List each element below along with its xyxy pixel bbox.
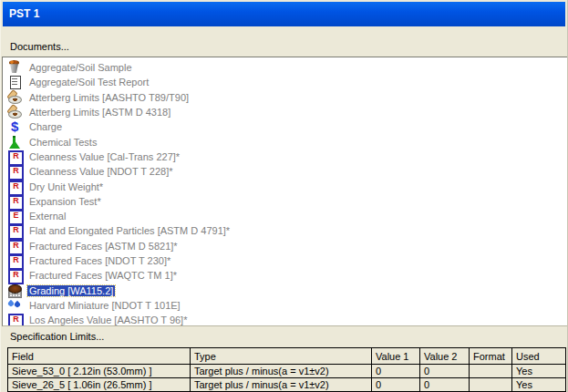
col-header-used[interactable]: Used [512,348,566,365]
col-header-format[interactable]: Format [470,348,512,365]
external-e-icon [7,209,22,223]
test-report-icon [7,75,22,89]
report-r-icon [7,164,22,179]
doc-item-dry-unit-weight[interactable]: Dry Unit Weight* [7,179,567,193]
doc-item-fractured-faces-waqtc[interactable]: Fractured Faces [WAQTC TM 1]* [7,268,567,283]
doc-item-label: Expansion Test* [27,196,103,207]
sample-bucket-icon [7,60,22,75]
doc-item-aggregate-soil-sample[interactable]: Aggregate/Soil Sample [7,60,567,75]
col-header-type[interactable]: Type [191,348,372,365]
doc-item-harvard-miniature[interactable]: Harvard Miniature [NDOT T 101E] [7,298,567,313]
report-r-icon [7,194,22,209]
doc-item-cleanness-value-ndot[interactable]: Cleanness Value [NDOT T 228]* [7,164,567,179]
col-header-value2[interactable]: Value 2 [420,348,470,365]
doc-item-label: Aggregate/Soil Sample [27,62,134,73]
cell-used[interactable]: Yes [512,365,566,378]
window-titlebar[interactable]: PST 1 [3,2,565,26]
doc-item-chemical-tests[interactable]: Chemical Tests [7,134,567,149]
doc-item-external[interactable]: External [7,209,567,223]
doc-item-los-angeles-value[interactable]: Los Angeles Value [AASHTO T 96]* [7,313,567,326]
col-header-field[interactable]: Field [8,348,191,365]
doc-item-label: Charge [27,121,64,132]
cell-field[interactable]: Sieve_53_0 [ 2.12in (53.0mm) ] [8,365,191,378]
table-row[interactable]: Sieve_53_0 [ 2.12in (53.0mm) ] Target pl… [8,365,566,378]
report-r-icon [7,223,22,238]
doc-item-label: Harvard Miniature [NDOT T 101E] [27,300,182,311]
doc-item-label: Grading [WA115.2] [27,285,115,296]
table-row[interactable]: Sieve_26_5 [ 1.06in (26.5mm) ] Target pl… [8,378,566,392]
doc-item-aggregate-soil-test-report[interactable]: Aggregate/Soil Test Report [7,75,567,89]
report-r-icon [7,253,22,268]
table-header-row: Field Type Value 1 Value 2 Format Used [8,348,566,365]
doc-item-cleanness-value-caltrans[interactable]: Cleanness Value [Cal-Trans 227]* [7,150,567,164]
doc-item-atterberg-limits-astm[interactable]: Atterberg Limits [ASTM D 4318] [7,105,567,119]
doc-item-label: Atterberg Limits [AASHTO T89/T90] [27,92,191,103]
cell-type[interactable]: Target plus / minus(a = v1±v2) [191,365,372,378]
water-droplets-icon [7,298,22,313]
cell-value2[interactable]: 0 [420,378,470,392]
window-title: PST 1 [9,7,39,20]
doc-item-label: Cleanness Value [NDOT T 228]* [27,166,175,177]
cell-type[interactable]: Target plus / minus(a = v1±v2) [191,378,372,392]
cell-value2[interactable]: 0 [420,365,470,378]
cell-format[interactable] [470,378,512,392]
report-r-icon [7,150,22,164]
col-header-value1[interactable]: Value 1 [372,348,420,365]
doc-item-label: Flat and Elongated Particles [ASTM D 479… [27,225,232,236]
doc-item-charge[interactable]: Charge [7,119,567,134]
chemical-flask-icon [7,135,22,150]
report-r-icon [7,313,22,326]
documents-section-label: Documents... [10,41,69,52]
doc-item-label: Fractured Faces [ASTM D 5821]* [27,241,180,252]
documents-list[interactable]: Aggregate/Soil Sample Aggregate/Soil Tes… [2,57,568,326]
report-r-icon [7,268,22,283]
report-r-icon [7,180,22,194]
doc-item-grading-selected[interactable]: Grading [WA115.2] [7,283,567,297]
cell-value1[interactable]: 0 [372,378,420,392]
grading-sieve-icon [7,284,22,298]
doc-item-flat-elongated-particles[interactable]: Flat and Elongated Particles [ASTM D 479… [7,223,567,238]
cell-field[interactable]: Sieve_26_5 [ 1.06in (26.5mm) ] [8,378,191,392]
cell-format[interactable] [470,365,512,378]
doc-item-atterberg-limits-aashto[interactable]: Atterberg Limits [AASHTO T89/T90] [7,90,567,105]
doc-item-label: Atterberg Limits [ASTM D 4318] [27,107,172,118]
doc-item-label: Los Angeles Value [AASHTO T 96]* [27,315,189,325]
doc-item-fractured-faces-ndot[interactable]: Fractured Faces [NDOT T 230]* [7,253,567,268]
cell-value1[interactable]: 0 [372,365,420,378]
pst-window: PST 1 Documents... Aggregate/Soil Sample… [0,0,568,392]
doc-item-label: Aggregate/Soil Test Report [27,77,150,88]
spec-limits-table: Field Type Value 1 Value 2 Format Used S… [7,347,566,392]
doc-item-label: Fractured Faces [WAQTC TM 1]* [27,270,179,281]
doc-item-label: Fractured Faces [NDOT T 230]* [27,255,172,266]
cell-used[interactable]: Yes [512,378,566,392]
doc-item-label: Cleanness Value [Cal-Trans 227]* [27,151,181,162]
spec-limits-section-label: Specification Limits... [10,331,104,342]
doc-item-label: External [27,211,67,222]
doc-item-label: Dry Unit Weight* [27,181,105,192]
dollar-icon [7,119,22,134]
report-r-icon [7,239,22,253]
doc-item-label: Chemical Tests [27,137,98,148]
doc-item-fractured-faces-astm[interactable]: Fractured Faces [ASTM D 5821]* [7,239,567,253]
atterberg-dish-icon [7,105,22,119]
doc-item-expansion-test[interactable]: Expansion Test* [7,194,567,209]
atterberg-dish-icon [7,90,22,105]
